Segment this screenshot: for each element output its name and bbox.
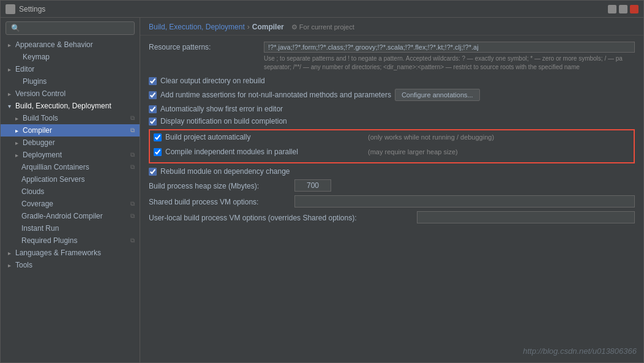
checkbox-left-build-auto: Build project automatically — [154, 133, 362, 141]
copy-icon: ⧉ — [130, 151, 135, 159]
checkbox-left-compile-parallel: Compile independent modules in parallel — [154, 148, 362, 156]
checkbox-clear-output[interactable] — [149, 77, 157, 85]
sidebar-item-keymap[interactable]: Keymap — [1, 51, 140, 63]
sidebar-item-label: Application Servers — [21, 175, 84, 184]
copy-icon: ⧉ — [130, 200, 135, 208]
close-button[interactable] — [630, 5, 638, 13]
sidebar-item-label: Version Control — [15, 89, 66, 98]
checkbox-row-show-error: Automatically show first error in editor — [149, 105, 635, 113]
sidebar-item-label: Instant Run — [21, 224, 59, 233]
checkbox-rebuild-dep[interactable] — [149, 168, 157, 176]
sidebar-item-label: Gradle-Android Compiler — [21, 212, 103, 220]
sidebar-item-compiler[interactable]: ▸ Compiler ⧉ — [1, 124, 140, 137]
sidebar-item-arquillian[interactable]: Arquillian Containers ⧉ — [1, 161, 140, 173]
shared-vm-input[interactable] — [294, 195, 635, 208]
sidebar-item-label: Deployment — [23, 151, 62, 159]
search-input[interactable] — [6, 21, 135, 35]
arrow-icon: ▸ — [6, 261, 13, 269]
resource-patterns-value: Use ; to separate patterns and ! to nega… — [264, 42, 635, 72]
sidebar-item-label: Editor — [15, 65, 34, 73]
checkbox-label-rebuild-dep[interactable]: Rebuild module on dependency change — [160, 167, 290, 176]
checkbox-runtime-assertions[interactable] — [149, 91, 157, 99]
sidebar-item-version-control[interactable]: ▸ Version Control — [1, 88, 140, 100]
app-icon — [6, 4, 15, 14]
sidebar-item-debugger[interactable]: ▸ Debugger — [1, 137, 140, 149]
shared-vm-label: Shared build process VM options: — [149, 196, 290, 206]
breadcrumb-project-note: ⚙ For current project — [291, 23, 354, 31]
checkbox-row-compile-parallel: Compile independent modules in parallel … — [154, 148, 630, 156]
highlighted-checkboxes-inner: Build project automatically (only works … — [154, 133, 630, 160]
sidebar-item-editor[interactable]: ▸ Editor — [1, 63, 140, 75]
resource-patterns-input[interactable] — [264, 42, 635, 53]
checkbox-build-auto[interactable] — [154, 133, 162, 141]
minimize-button[interactable] — [608, 5, 616, 13]
sidebar-item-app-servers[interactable]: Application Servers — [1, 173, 140, 185]
user-local-vm-input[interactable] — [417, 211, 635, 223]
sidebar-item-label: Tools — [15, 261, 32, 269]
heap-size-input[interactable] — [294, 179, 331, 192]
sidebar-item-deployment[interactable]: ▸ Deployment ⧉ — [1, 149, 140, 161]
checkbox-label-clear-output[interactable]: Clear output directory on rebuild — [160, 77, 265, 85]
sidebar-item-clouds[interactable]: Clouds — [1, 185, 140, 198]
resource-patterns-row: Resource patterns: Use ; to separate pat… — [149, 42, 635, 72]
breadcrumb-separator: › — [247, 23, 250, 31]
arrow-icon: ▸ — [6, 90, 13, 97]
window-controls — [608, 5, 638, 13]
sidebar-item-appearance-behavior[interactable]: ▸ Appearance & Behavior — [1, 39, 140, 51]
arrow-icon — [13, 53, 20, 61]
sidebar-item-label: Clouds — [21, 187, 44, 196]
checkbox-row-build-auto: Build project automatically (only works … — [154, 133, 630, 141]
checkbox-compile-parallel[interactable] — [154, 148, 162, 156]
heap-size-row: Build process heap size (Mbytes): — [149, 179, 635, 192]
sidebar-item-required-plugins[interactable]: Required Plugins ⧉ — [1, 234, 140, 247]
sidebar-item-build-tools[interactable]: ▸ Build Tools ⧉ — [1, 112, 140, 124]
sidebar-item-label: Arquillian Containers — [21, 163, 89, 171]
main-panel: Build, Execution, Deployment › Compiler … — [140, 18, 643, 362]
arrow-icon: ▾ — [6, 102, 13, 110]
heap-size-label: Build process heap size (Mbytes): — [149, 181, 290, 190]
checkbox-show-error[interactable] — [149, 105, 157, 113]
breadcrumb-part1[interactable]: Build, Execution, Deployment — [149, 23, 245, 31]
resource-patterns-label: Resource patterns: — [149, 42, 259, 51]
checkbox-row-notification: Display notification on build completion — [149, 117, 635, 125]
sidebar-item-languages-frameworks[interactable]: ▸ Languages & Frameworks — [1, 247, 140, 259]
checkbox-hint-compile-parallel: (may require larger heap size) — [368, 148, 458, 155]
checkbox-row-rebuild-dep: Rebuild module on dependency change — [149, 167, 635, 176]
highlighted-checkboxes-box: Build project automatically (only works … — [149, 129, 635, 163]
sidebar-item-coverage[interactable]: Coverage ⧉ — [1, 198, 140, 210]
sidebar-item-label: Languages & Frameworks — [15, 249, 101, 257]
checkbox-label-compile-parallel[interactable]: Compile independent modules in parallel — [165, 148, 298, 156]
sidebar-item-label: Keymap — [23, 53, 50, 61]
arrow-icon: ▸ — [13, 114, 20, 122]
sidebar: ▸ Appearance & Behavior Keymap ▸ Editor … — [1, 18, 140, 362]
sidebar-item-label: Appearance & Behavior — [15, 40, 93, 49]
sidebar-item-tools[interactable]: ▸ Tools — [1, 259, 140, 271]
copy-icon: ⧉ — [130, 212, 135, 220]
checkbox-notification[interactable] — [149, 118, 157, 125]
sidebar-item-instant-run[interactable]: Instant Run — [1, 222, 140, 234]
sidebar-item-label: Compiler — [23, 126, 52, 135]
checkbox-label-show-error[interactable]: Automatically show first error in editor — [160, 105, 283, 113]
sidebar-item-gradle-android[interactable]: Gradle-Android Compiler ⧉ — [1, 210, 140, 222]
arrow-icon: ▸ — [6, 41, 13, 48]
copy-icon: ⧉ — [130, 237, 135, 244]
sidebar-item-build-execution[interactable]: ▾ Build, Execution, Deployment — [1, 100, 140, 112]
sidebar-item-label: Debugger — [23, 138, 55, 147]
arrow-icon: ▸ — [13, 127, 20, 134]
copy-icon: ⧉ — [130, 127, 135, 134]
sidebar-item-plugins[interactable]: Plugins — [1, 75, 140, 88]
sidebar-item-label: Required Plugins — [21, 236, 77, 245]
checkbox-label-notification[interactable]: Display notification on build completion — [160, 117, 287, 125]
checkbox-row-clear-output: Clear output directory on rebuild — [149, 77, 635, 85]
configure-annotations-button[interactable]: Configure annotations... — [395, 89, 480, 101]
sidebar-item-label: Plugins — [23, 77, 47, 86]
breadcrumb-part2: Compiler — [252, 23, 284, 31]
main-content: ▸ Appearance & Behavior Keymap ▸ Editor … — [1, 18, 643, 362]
maximize-button[interactable] — [619, 5, 627, 13]
checkbox-label-build-auto[interactable]: Build project automatically — [165, 133, 250, 141]
checkbox-row-runtime-assertions: Add runtime assertions for not-null-anno… — [149, 89, 635, 101]
breadcrumb: Build, Execution, Deployment › Compiler … — [140, 18, 643, 36]
copy-icon: ⧉ — [130, 163, 135, 171]
title-bar: Settings — [1, 1, 643, 18]
checkbox-label-runtime-assertions[interactable]: Add runtime assertions for not-null-anno… — [160, 91, 391, 99]
